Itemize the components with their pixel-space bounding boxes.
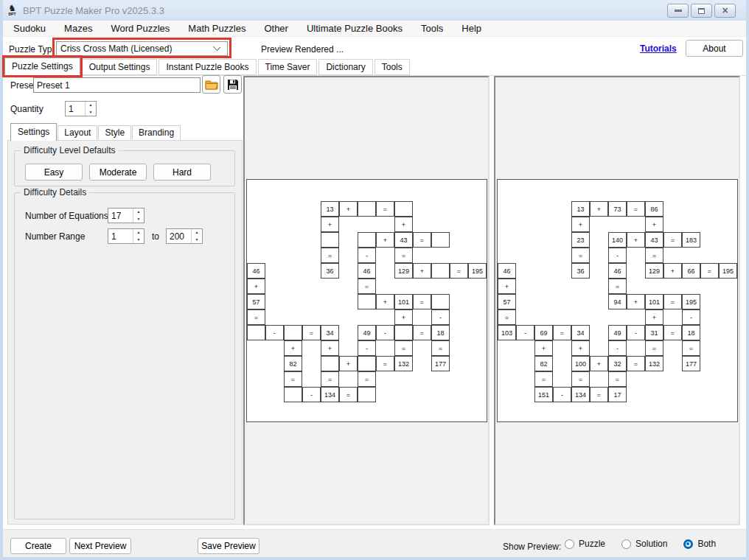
create-button[interactable]: Create: [10, 538, 66, 554]
puzzle-preview-cell: -: [431, 309, 450, 325]
save-icon: [227, 79, 239, 91]
tab-puzzle-settings[interactable]: Puzzle Settings: [4, 57, 80, 75]
puzzle-preview-cell: [394, 201, 413, 217]
arrow-down-icon[interactable]: ▼: [192, 237, 202, 244]
puzzle-preview-cell: 177: [431, 356, 450, 371]
sub-tab-settings[interactable]: Settings: [10, 123, 57, 141]
tab-output-settings[interactable]: Output Settings: [82, 59, 158, 75]
solution-preview-cell: 23: [571, 232, 590, 248]
sub-tab-branding[interactable]: Branding: [132, 125, 181, 141]
solution-preview-cell: +: [571, 340, 590, 356]
range-from-stepper[interactable]: 1 ▲▼: [108, 228, 144, 244]
save-preview-button[interactable]: Save Preview: [198, 538, 259, 554]
menu-item-other[interactable]: Other: [264, 21, 288, 36]
tab-tools[interactable]: Tools: [374, 59, 410, 75]
solution-preview-cell: 66: [682, 263, 700, 279]
puzzle-preview-cell: =: [321, 248, 339, 263]
minimize-button[interactable]: [667, 4, 689, 18]
puzzle-preview-cell: -: [302, 387, 321, 402]
arrow-up-icon[interactable]: ▲: [133, 229, 144, 237]
arrow-down-icon[interactable]: ▼: [133, 237, 144, 244]
menu-item-math-puzzles[interactable]: Math Puzzles: [188, 21, 245, 36]
solution-preview-cell: 100: [571, 356, 590, 371]
arrow-down-icon[interactable]: ▼: [133, 216, 144, 223]
arrow-up-icon[interactable]: ▲: [133, 209, 144, 216]
sub-tab-layout[interactable]: Layout: [58, 125, 97, 141]
next-preview-button[interactable]: Next Preview: [69, 538, 131, 554]
menu-item-tools[interactable]: Tools: [421, 21, 443, 36]
puzzle-preview-cell: 46: [247, 263, 265, 279]
difficulty-defaults-group: Difficulty Level Defaults EasyModerateHa…: [14, 150, 235, 186]
range-to-stepper[interactable]: 200 ▲▼: [166, 228, 203, 244]
tab-time-saver[interactable]: Time Saver: [258, 59, 318, 75]
puzzle-preview-cell: -: [358, 340, 376, 356]
menu-bar: SudokuMazesWord PuzzlesMath PuzzlesOther…: [3, 21, 746, 37]
solution-preview-cell: -: [608, 340, 627, 356]
quantity-stepper[interactable]: 1 ▲▼: [65, 101, 97, 116]
solution-preview-cell: =: [498, 309, 516, 325]
show-preview-radio-solution[interactable]: Solution: [621, 539, 667, 549]
menu-item-ultimate-puzzle-books[interactable]: Ultimate Puzzle Books: [307, 21, 403, 36]
radio-icon[interactable]: [683, 539, 693, 549]
preview-status-text: Preview Rendered ...: [261, 44, 344, 55]
show-preview-radio-puzzle[interactable]: Puzzle: [565, 539, 605, 549]
solution-preview-cell: 129: [645, 263, 663, 279]
about-button[interactable]: About: [686, 40, 743, 57]
arrow-up-icon[interactable]: ▲: [86, 102, 96, 109]
quantity-value: 1: [66, 102, 85, 116]
solution-preview-cell: =: [534, 371, 553, 387]
menu-item-sudoku[interactable]: Sudoku: [13, 21, 46, 36]
preset-input[interactable]: [33, 77, 201, 93]
equations-stepper[interactable]: 17 ▲▼: [108, 208, 144, 223]
puzzle-preview-cell: [358, 294, 376, 309]
tab-instant-puzzle-books[interactable]: Instant Puzzle Books: [158, 59, 256, 75]
puzzle-preview-cell: 43: [394, 232, 413, 248]
difficulty-details-title: Difficulty Details: [21, 187, 89, 197]
solution-preview-cell: =: [682, 340, 700, 356]
sub-tab-style[interactable]: Style: [98, 125, 131, 141]
solution-preview-cell: 195: [719, 263, 737, 279]
puzzle-preview-cell: =: [431, 340, 450, 356]
show-preview-radio-both[interactable]: Both: [683, 539, 716, 549]
solution-preview-cell: 46: [608, 263, 627, 279]
radio-icon[interactable]: [621, 539, 631, 549]
solution-preview-cell: 94: [608, 294, 627, 309]
solution-preview-cell: 43: [645, 232, 663, 248]
folder-icon: [205, 80, 218, 90]
close-button[interactable]: ×: [714, 4, 736, 18]
maximize-button[interactable]: [691, 4, 712, 18]
puzzle-preview-panel: 13+=+++43==-=463646129+=195+=57+101==+--…: [243, 76, 490, 525]
menu-item-mazes[interactable]: Mazes: [64, 21, 92, 36]
open-preset-button[interactable]: [202, 75, 220, 94]
solution-preview-cell: =: [627, 201, 645, 217]
puzzle-preview-cell: 101: [394, 294, 413, 309]
hard-difficulty-button[interactable]: Hard: [153, 164, 211, 181]
menu-item-word-puzzles[interactable]: Word Puzzles: [111, 21, 170, 36]
solution-preview-cell: =: [645, 340, 663, 356]
solution-preview-cell: 86: [645, 201, 663, 217]
moderate-difficulty-button[interactable]: Moderate: [89, 164, 147, 181]
solution-preview-cell: +: [590, 356, 608, 371]
puzzle-preview-cell: =: [339, 387, 358, 402]
solution-preview-cell: 32: [608, 356, 627, 371]
solution-preview-cell: 31: [645, 325, 663, 340]
solution-preview-cell: 132: [645, 356, 663, 371]
solution-preview-cell: 177: [682, 356, 700, 371]
puzzle-type-dropdown[interactable]: Criss Cross Math (Licensed): [56, 41, 228, 56]
puzzle-preview-cell: +: [376, 294, 394, 309]
puzzle-preview-cell: [247, 325, 265, 340]
tab-dictionary[interactable]: Dictionary: [318, 59, 372, 75]
puzzle-preview-cell: 132: [394, 356, 413, 371]
tutorials-link[interactable]: Tutorials: [640, 43, 677, 54]
solution-preview-cell: 195: [682, 294, 700, 309]
stepper-arrows[interactable]: ▲▼: [85, 102, 96, 116]
solution-preview-cell: -: [516, 325, 534, 340]
arrow-up-icon[interactable]: ▲: [192, 229, 202, 237]
easy-difficulty-button[interactable]: Easy: [25, 164, 83, 181]
menu-item-help[interactable]: Help: [461, 21, 481, 36]
radio-icon[interactable]: [565, 539, 574, 549]
difficulty-defaults-title: Difficulty Level Defaults: [21, 145, 119, 155]
solution-preview-cell: +: [627, 232, 645, 248]
arrow-down-icon[interactable]: ▼: [86, 109, 96, 116]
save-preset-button[interactable]: [223, 75, 242, 94]
